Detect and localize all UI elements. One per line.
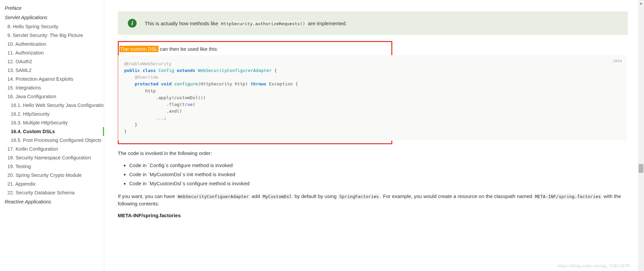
sidebar-item[interactable]: 22. Security Database Schema [0, 188, 104, 197]
sidebar-item[interactable]: 17. Kotlin Configuration [0, 145, 104, 153]
sidebar-item[interactable]: 16. Java Configuration [0, 92, 104, 101]
code-block-java: JAVA @EnableWebSecurity public class Con… [118, 55, 627, 141]
sidebar-nav: Preface Servlet Applications 8. Hello Sp… [0, 0, 104, 271]
scroll-up-arrow[interactable]: ▲ [638, 0, 644, 6]
sidebar-item[interactable]: 16.5. Post Processing Configured Objects [0, 136, 104, 145]
sidebar-item[interactable]: 19. Testing [0, 162, 104, 171]
scroll-thumb[interactable] [639, 164, 643, 173]
info-note: i This is actually how methods like Http… [118, 11, 628, 35]
sidebar-item[interactable]: 16.3. Multiple HttpSecurity [0, 118, 104, 127]
sidebar-item[interactable]: 9. Servlet Security: The Big Picture [0, 31, 104, 40]
sidebar-item[interactable]: 14. Protection Against Exploits [0, 75, 104, 83]
sidebar-item[interactable]: 18. Security Namespace Configuration [0, 153, 104, 162]
list-item: Code in `MyCustomDsl`s configure method … [129, 179, 628, 188]
info-text: This is actually how methods like HttpSe… [145, 21, 347, 26]
lead-sentence: The custom DSL can then be used like thi… [119, 42, 391, 55]
info-icon: i [128, 19, 137, 28]
order-lead: The code is invoked in the following ord… [118, 150, 628, 156]
file-header: META-INF/spring.factories [118, 212, 628, 218]
info-code: HttpSecurity.authorizeRequests() [220, 21, 307, 27]
sidebar-item[interactable]: 16.2. HttpSecurity [0, 110, 104, 118]
code-pre: @EnableWebSecurity public class Config e… [124, 61, 621, 135]
sidebar-list-servlet: 8. Hello Spring Security9. Servlet Secur… [0, 22, 104, 197]
sidebar-section-preface[interactable]: Preface [0, 3, 104, 13]
followup-paragraph: If you want, you can have WebSecurityCon… [118, 193, 628, 208]
list-item: Code in `MyCustomDsl`s init method is in… [129, 170, 628, 179]
main-content: i This is actually how methods like Http… [104, 0, 638, 271]
list-item: Code in `Config`s configure method is in… [129, 161, 628, 170]
vertical-scrollbar[interactable]: ▲ [638, 0, 644, 271]
sidebar-item[interactable]: 11. Authorization [0, 48, 104, 57]
sidebar-item[interactable]: 16.1. Hello Web Security Java Configurat… [0, 101, 104, 110]
sidebar-item[interactable]: 13. SAML2 [0, 66, 104, 75]
scroll-track[interactable] [638, 6, 644, 271]
sidebar-item[interactable]: 10. Authentication [0, 40, 104, 48]
lead-highlight: The custom DSL [119, 46, 158, 52]
sidebar-item[interactable]: 21. Appendix [0, 180, 104, 188]
order-list: Code in `Config`s configure method is in… [118, 161, 628, 188]
code-lang-badge: JAVA [613, 59, 622, 64]
sidebar-item[interactable]: 16.4. Custom DSLs [0, 127, 104, 136]
sidebar-item[interactable]: 15. Integrations [0, 83, 104, 92]
sidebar-item[interactable]: 20. Spring Security Crypto Module [0, 171, 104, 180]
sidebar-section-servlet[interactable]: Servlet Applications [0, 13, 104, 22]
highlighted-region: The custom DSL can then be used like thi… [118, 41, 392, 144]
watermark: https://blog.csdn.net/qq_31821675 [557, 263, 630, 268]
sidebar-item[interactable]: 12. OAuth2 [0, 57, 104, 66]
sidebar-section-reactive[interactable]: Reactive Applications [0, 197, 104, 206]
sidebar-item[interactable]: 8. Hello Spring Security [0, 22, 104, 31]
